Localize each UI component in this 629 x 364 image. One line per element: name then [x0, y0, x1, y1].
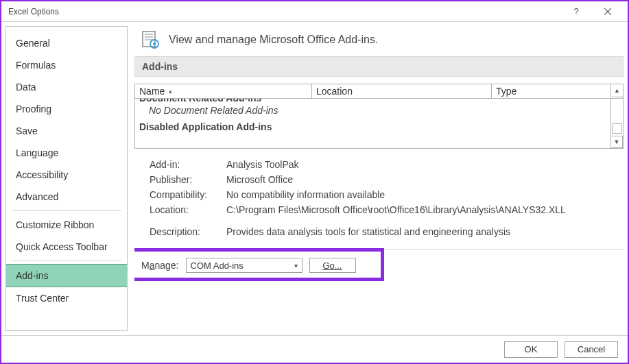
detail-location-label: Location: — [150, 204, 226, 215]
detail-publisher-value: Microsoft Office — [226, 174, 622, 185]
sidebar-item-save[interactable]: Save — [6, 120, 127, 142]
sidebar-item-accessibility[interactable]: Accessibility — [6, 164, 127, 186]
scrollbar-thumb[interactable] — [612, 123, 622, 134]
help-button[interactable]: ? — [560, 2, 592, 21]
excel-options-dialog: Excel Options ? General Formulas Data Pr… — [0, 0, 629, 364]
manage-combobox[interactable]: COM Add-ins — [186, 258, 302, 273]
manage-row: Manage: COM Add-ins Go... — [134, 254, 624, 277]
group-document-related: Document Related Add-ins — [139, 99, 609, 104]
page-title: View and manage Microsoft Office Add-ins… — [169, 34, 378, 46]
sidebar-item-proofing[interactable]: Proofing — [6, 98, 127, 120]
sidebar-item-customize-ribbon[interactable]: Customize Ribbon — [6, 214, 127, 236]
sort-asc-icon: ▲ — [167, 88, 173, 95]
no-document-addins-text: No Document Related Add-ins — [139, 104, 609, 117]
sidebar-item-general[interactable]: General — [6, 32, 127, 54]
manage-combobox-value: COM Add-ins — [191, 260, 244, 271]
sidebar-item-quick-access-toolbar[interactable]: Quick Access Toolbar — [6, 236, 127, 258]
column-name-label: Name — [139, 86, 165, 97]
dialog-footer: OK Cancel — [1, 335, 628, 363]
detail-location-value: C:\Program Files\Microsoft Office\root\O… — [226, 204, 622, 215]
addins-icon — [141, 30, 161, 49]
addin-details: Add-in:Analysis ToolPak Publisher:Micros… — [134, 153, 624, 243]
detail-addin-label: Add-in: — [150, 159, 226, 170]
detail-compatibility-value: No compatibility information available — [226, 189, 622, 200]
detail-description-label: Description: — [150, 226, 226, 237]
ok-button[interactable]: OK — [504, 341, 558, 358]
page-header: View and manage Microsoft Office Add-ins… — [134, 26, 624, 56]
dialog-title: Excel Options — [8, 7, 560, 16]
go-button[interactable]: Go... — [309, 258, 356, 273]
sidebar-item-advanced[interactable]: Advanced — [6, 186, 127, 208]
manage-label: Manage: — [141, 260, 179, 271]
svg-point-7 — [153, 43, 156, 45]
main-panel: View and manage Microsoft Office Add-ins… — [134, 26, 624, 331]
detail-description-value: Provides data analysis tools for statist… — [226, 226, 622, 237]
close-button[interactable] — [592, 2, 624, 21]
section-addins-header: Add-ins — [134, 56, 624, 77]
column-header-location[interactable]: Location — [312, 84, 492, 98]
separator — [134, 249, 624, 250]
addins-table: Name ▲ Location Type ▲ Document Related … — [134, 84, 624, 149]
dialog-body: General Formulas Data Proofing Save Lang… — [1, 22, 628, 335]
detail-publisher-label: Publisher: — [150, 174, 226, 185]
sidebar: General Formulas Data Proofing Save Lang… — [5, 26, 128, 331]
table-header-row: Name ▲ Location Type ▲ — [135, 84, 623, 99]
detail-compatibility-label: Compatibility: — [150, 189, 226, 200]
cancel-button[interactable]: Cancel — [565, 341, 618, 358]
group-disabled-addins: Disabled Application Add-ins — [139, 117, 609, 134]
sidebar-separator — [12, 210, 121, 211]
sidebar-item-add-ins[interactable]: Add-ins — [6, 264, 127, 287]
column-header-type[interactable]: Type — [492, 84, 623, 98]
column-header-name[interactable]: Name ▲ — [135, 84, 312, 98]
sidebar-separator — [12, 260, 121, 261]
sidebar-item-data[interactable]: Data — [6, 76, 127, 98]
close-icon — [604, 8, 611, 15]
table-body[interactable]: Document Related Add-ins No Document Rel… — [135, 99, 623, 148]
titlebar: Excel Options ? — [1, 1, 628, 22]
scroll-up-button[interactable]: ▲ — [610, 84, 623, 97]
detail-addin-value: Analysis ToolPak — [226, 159, 622, 170]
sidebar-item-language[interactable]: Language — [6, 142, 127, 164]
scroll-down-button[interactable]: ▼ — [610, 136, 623, 148]
sidebar-item-trust-center[interactable]: Trust Center — [6, 287, 127, 309]
sidebar-item-formulas[interactable]: Formulas — [6, 54, 127, 76]
